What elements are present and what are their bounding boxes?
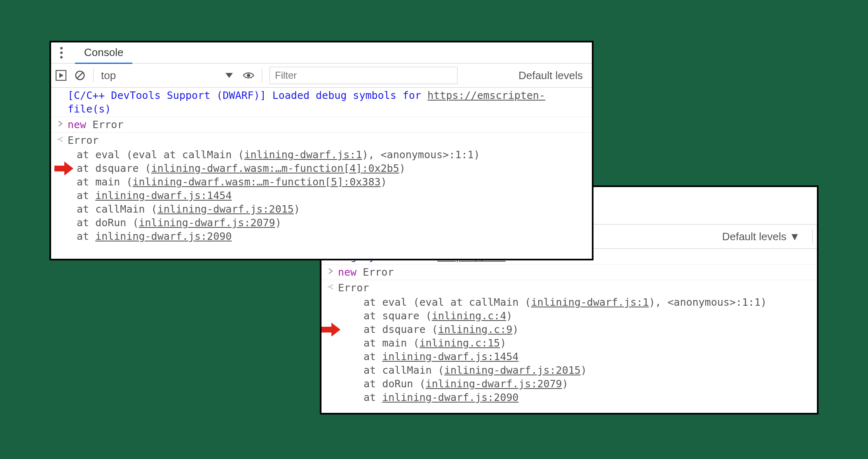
log-level-selector[interactable]: Default levels xyxy=(518,69,588,82)
more-menu-icon[interactable] xyxy=(55,47,68,59)
source-link[interactable]: inlining-dwarf.js:1454 xyxy=(382,351,518,363)
context-selector[interactable]: top xyxy=(101,69,235,82)
error-header: Error xyxy=(68,134,99,146)
stack-frame: at square (inlining.c:4) xyxy=(321,309,817,323)
stack-frame: at eval (eval at callMain (inlining-dwar… xyxy=(321,295,817,309)
svg-point-5 xyxy=(57,138,59,140)
input-chevron-icon xyxy=(57,120,63,127)
keyword-error: Error xyxy=(357,266,394,278)
source-link[interactable]: inlining.c:4 xyxy=(432,310,507,322)
stack-frame-highlighted: at dsquare (inlining-dwarf.wasm:…m-funct… xyxy=(51,162,592,175)
toolbar-divider xyxy=(262,68,262,82)
filter-input[interactable] xyxy=(270,67,457,84)
level-label: Default levels ▼ xyxy=(722,230,800,243)
toolbar-divider xyxy=(812,230,813,244)
stack-frame: at main (inlining-dwarf.wasm:…m-function… xyxy=(51,175,592,189)
source-link[interactable]: inlining-dwarf.js:2079 xyxy=(139,217,275,229)
source-link[interactable]: inlining-dwarf.js:2090 xyxy=(382,391,518,403)
source-link[interactable]: inlining.c:15 xyxy=(419,337,500,349)
stack-frame: at doRun (inlining-dwarf.js:2079) xyxy=(51,216,592,230)
stack-frame: at inlining-dwarf.js:1454 xyxy=(321,350,817,363)
console-input-line[interactable]: new Error xyxy=(321,264,817,280)
stack-frame: at main (inlining.c:15) xyxy=(321,336,817,350)
log-level-selector[interactable]: Default levels ▼ xyxy=(722,230,805,243)
console-input-line[interactable]: new Error xyxy=(51,117,592,132)
svg-point-4 xyxy=(247,74,250,77)
source-link[interactable]: inlining-dwarf.wasm:…m-function[5]:0x383 xyxy=(132,176,380,188)
input-chevron-icon xyxy=(327,268,334,274)
info-text-2: file(s) xyxy=(68,103,111,115)
source-link[interactable]: inlining-dwarf.js:1 xyxy=(244,149,362,161)
info-link[interactable]: https://emscripten- xyxy=(427,89,545,101)
error-header: Error xyxy=(338,282,369,294)
execution-context-icon[interactable] xyxy=(55,70,67,81)
stack-frame: at callMain (inlining-dwarf.js:2015) xyxy=(321,363,817,377)
source-link[interactable]: inlining-dwarf.js:1454 xyxy=(95,190,232,201)
chevron-down-icon xyxy=(225,73,233,78)
stack-frame-highlighted: at dsquare (inlining.c:9) xyxy=(321,323,817,336)
toolbar-divider xyxy=(93,68,94,82)
source-link[interactable]: inlining.c:9 xyxy=(438,323,513,335)
live-expression-icon[interactable] xyxy=(243,70,254,81)
output-chevron-icon xyxy=(327,283,335,290)
stack-frame: at doRun (inlining-dwarf.js:2079) xyxy=(321,377,817,391)
console-output-line[interactable]: Error xyxy=(321,280,817,295)
console-output: debug symbols for https://ems new Error … xyxy=(321,249,817,404)
keyword-error: Error xyxy=(86,119,123,131)
source-link[interactable]: inlining-dwarf.js:2015 xyxy=(444,364,581,376)
source-link[interactable]: inlining-dwarf.js:2015 xyxy=(157,203,294,215)
devtools-panel-before: Console top Default levels [C/C++ DevToo… xyxy=(49,41,594,260)
stack-frame: at inlining-dwarf.js:1454 xyxy=(51,189,592,202)
output-chevron-icon xyxy=(57,136,64,143)
console-output-line[interactable]: Error xyxy=(51,132,592,148)
tab-console[interactable]: Console xyxy=(75,42,132,64)
source-link[interactable]: inlining-dwarf.js:2090 xyxy=(95,230,232,242)
console-output: [C/C++ DevTools Support (DWARF)] Loaded … xyxy=(51,88,592,243)
keyword-new: new xyxy=(338,266,357,278)
stack-frame: at callMain (inlining-dwarf.js:2015) xyxy=(51,202,592,216)
keyword-new: new xyxy=(68,119,86,131)
context-label: top xyxy=(101,69,116,82)
source-link[interactable]: inlining-dwarf.js:1 xyxy=(531,296,649,308)
highlight-arrow-icon xyxy=(321,323,341,336)
stack-frame: at inlining-dwarf.js:2090 xyxy=(51,230,592,243)
console-toolbar: top Default levels xyxy=(51,63,592,88)
info-message: [C/C++ DevTools Support (DWARF)] Loaded … xyxy=(51,88,592,117)
source-link[interactable]: inlining-dwarf.js:2079 xyxy=(426,378,562,390)
svg-line-3 xyxy=(77,73,83,79)
svg-point-0 xyxy=(328,286,329,288)
stack-frame: at inlining-dwarf.js:2090 xyxy=(321,391,817,404)
stack-frame: at eval (eval at callMain (inlining-dwar… xyxy=(51,148,592,162)
level-label: Default levels xyxy=(518,69,583,82)
devtools-tabbar: Console xyxy=(51,42,592,63)
highlight-arrow-icon xyxy=(53,162,74,175)
clear-console-icon[interactable] xyxy=(74,70,86,81)
source-link[interactable]: inlining-dwarf.wasm:…m-function[4]:0x2b5 xyxy=(151,162,399,174)
info-text: [C/C++ DevTools Support (DWARF)] Loaded … xyxy=(68,89,427,101)
